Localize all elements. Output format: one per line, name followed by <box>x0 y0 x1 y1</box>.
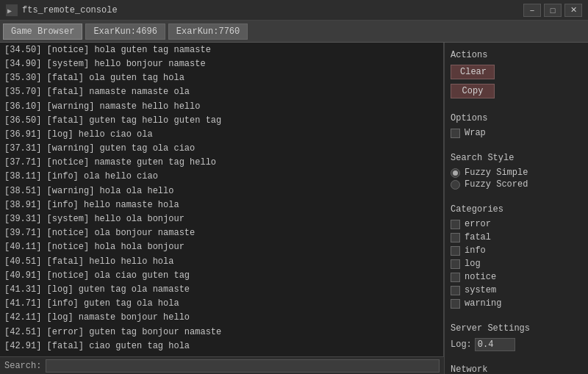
category-checkbox-log[interactable] <box>451 259 460 269</box>
category-row-log: log <box>451 259 582 269</box>
category-row-error: error <box>451 219 582 229</box>
category-label-warning: warning <box>465 298 501 309</box>
log-line: [38.11] [info] ola hello ciao <box>4 170 439 184</box>
tab-game-browser[interactable]: Game Browser <box>3 24 82 40</box>
log-line: [40.11] [notice] hola hola bonjour <box>4 240 439 254</box>
category-checkbox-fatal[interactable] <box>451 233 460 242</box>
log-line: [39.31] [system] hello ola bonjour <box>4 212 439 226</box>
fuzzy-scored-radio[interactable] <box>451 180 460 190</box>
category-row-fatal: fatal <box>451 232 582 242</box>
tab-exarkun-7760[interactable]: ExarKun:7760 <box>168 24 248 40</box>
fuzzy-scored-label: Fuzzy Scored <box>465 179 528 190</box>
category-label-system: system <box>465 285 496 295</box>
tab-exarkun-4696[interactable]: ExarKun:4696 <box>85 24 165 40</box>
main-content: [32.90] [fatal] bonjour ola ciao[33.30] … <box>0 43 588 374</box>
category-checkbox-warning[interactable] <box>451 299 460 309</box>
category-checkbox-system[interactable] <box>451 286 460 295</box>
clear-button[interactable]: Clear <box>451 65 495 79</box>
actions-label: Actions <box>451 50 582 60</box>
log-line: [36.10] [warning] namaste hello hello <box>4 100 439 114</box>
category-checkbox-error[interactable] <box>451 220 460 229</box>
fuzzy-scored-row: Fuzzy Scored <box>451 179 582 190</box>
categories-label: Categories <box>451 204 582 215</box>
category-checkbox-notice[interactable] <box>451 273 460 282</box>
svg-text:▶: ▶ <box>7 7 12 15</box>
wrap-option: Wrap <box>451 128 582 138</box>
log-line: [42.91] [fatal] ciao guten tag hola <box>4 339 439 353</box>
search-bar: Search: <box>0 356 444 374</box>
search-input[interactable] <box>46 359 440 373</box>
log-panel[interactable]: [32.90] [fatal] bonjour ola ciao[33.30] … <box>0 43 444 356</box>
search-style-label: Search Style <box>451 153 582 163</box>
log-line: [37.71] [notice] namaste guten tag hello <box>4 156 439 170</box>
category-label-fatal: fatal <box>465 232 491 242</box>
log-line: [34.50] [notice] hola guten tag namaste <box>4 43 439 57</box>
close-button[interactable]: ✕ <box>564 4 582 17</box>
log-line: [36.91] [log] hello ciao ola <box>4 128 439 142</box>
window-title: fts_remote_console <box>22 5 118 15</box>
window-controls: − □ ✕ <box>523 4 582 17</box>
wrap-checkbox[interactable] <box>451 129 460 138</box>
network-label: Network <box>451 364 582 374</box>
log-line: [35.70] [fatal] namaste namaste ola <box>4 85 439 99</box>
category-label-info: info <box>465 245 486 256</box>
log-line: [38.91] [info] hello namaste hola <box>4 198 439 212</box>
log-line: [34.90] [system] hello bonjour namaste <box>4 57 439 71</box>
minimize-button[interactable]: − <box>523 4 541 17</box>
category-checkbox-info[interactable] <box>451 246 460 256</box>
maximize-button[interactable]: □ <box>544 4 562 17</box>
category-row-system: system <box>451 285 582 295</box>
log-container: [32.90] [fatal] bonjour ola ciao[33.30] … <box>0 43 445 374</box>
log-line: [41.71] [info] guten tag ola hola <box>4 297 439 311</box>
fuzzy-simple-label: Fuzzy Simple <box>465 168 528 178</box>
log-setting-row: Log: <box>451 338 582 351</box>
options-label: Options <box>451 113 582 123</box>
log-line: [36.50] [fatal] guten tag hello guten ta… <box>4 114 439 128</box>
log-line: [42.11] [log] namaste bonjour hello <box>4 311 439 325</box>
app-icon: ▶ <box>6 4 18 16</box>
copy-button[interactable]: Copy <box>451 84 495 98</box>
category-row-notice: notice <box>451 272 582 282</box>
tab-bar: Game Browser ExarKun:4696 ExarKun:7760 <box>0 21 588 43</box>
category-label-notice: notice <box>465 272 496 282</box>
log-line: [42.51] [error] guten tag bonjour namast… <box>4 326 439 339</box>
log-line: [40.91] [notice] ola ciao guten tag <box>4 269 439 283</box>
right-panel: Actions Clear Copy Options Wrap Search S… <box>445 43 588 374</box>
wrap-label: Wrap <box>465 128 486 138</box>
fuzzy-simple-radio[interactable] <box>451 168 460 178</box>
log-input[interactable] <box>475 338 515 351</box>
log-label: Log: <box>451 339 472 350</box>
title-bar: ▶ fts_remote_console − □ ✕ <box>0 0 588 21</box>
search-label: Search: <box>4 361 41 371</box>
log-line: [40.51] [fatal] hello hello hola <box>4 255 439 269</box>
category-row-warning: warning <box>451 298 582 309</box>
category-row-info: info <box>451 245 582 256</box>
log-line: [37.31] [warning] guten tag ola ciao <box>4 142 439 156</box>
log-line: [39.71] [notice] ola bonjour namaste <box>4 226 439 240</box>
log-line: [38.51] [warning] hola ola hello <box>4 184 439 198</box>
category-label-error: error <box>465 219 491 229</box>
category-label-log: log <box>465 259 481 269</box>
categories-list: errorfatalinfolognoticesystemwarning <box>451 219 582 310</box>
server-settings-label: Server Settings <box>451 323 582 334</box>
fuzzy-simple-row: Fuzzy Simple <box>451 168 582 178</box>
log-line: [35.30] [fatal] ola guten tag hola <box>4 71 439 85</box>
search-style-group: Fuzzy Simple Fuzzy Scored <box>451 168 582 190</box>
log-line: [41.31] [log] guten tag ola namaste <box>4 283 439 297</box>
